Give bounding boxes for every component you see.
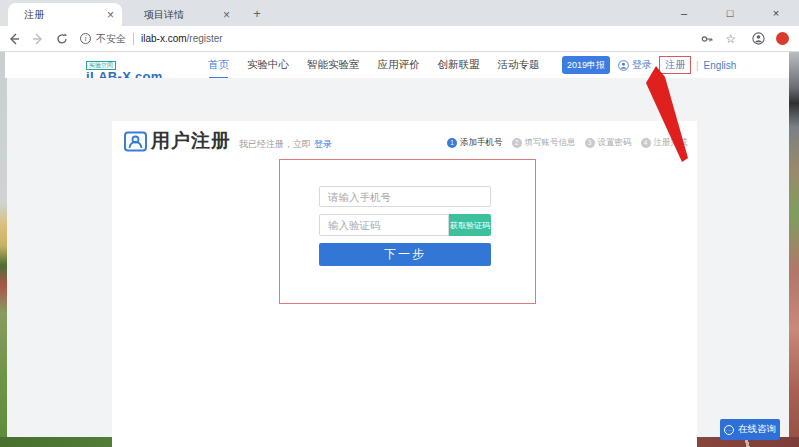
next-step-button[interactable]: 下一步 (319, 243, 491, 266)
security-label: 不安全 (96, 32, 126, 46)
login-person-icon (618, 60, 629, 71)
key-icon[interactable] (697, 29, 717, 49)
maximize-button[interactable]: □ (707, 0, 753, 26)
page-title: 用户注册 (151, 128, 231, 154)
nav-item-home[interactable]: 首页 (208, 58, 229, 72)
header-separator: | (696, 60, 699, 71)
tab-title: 项目详情 (144, 8, 217, 22)
already-registered-note: 我已经注册，立即登录 (239, 138, 332, 151)
omnibox-separator (133, 33, 134, 45)
online-chat-button[interactable]: ··· 在线咨询 (720, 419, 780, 440)
chat-smiley-icon: ··· (724, 425, 734, 435)
address-box[interactable]: i 不安全 ilab-x.com/register (80, 32, 693, 46)
url-path: /register (187, 33, 223, 44)
browser-tab-project-detail[interactable]: 项目详情 × (128, 3, 238, 26)
step-number: 1 (447, 138, 457, 148)
annotation-red-arrow (640, 62, 695, 167)
registration-card: 用户注册 我已经注册，立即登录 1 添加手机号 2 填写账号信息 3 设置密码 (112, 121, 697, 447)
step-label: 添加手机号 (460, 137, 503, 149)
url-domain: ilab-x.com (141, 33, 187, 44)
already-registered-text: 我已经注册，立即 (239, 139, 311, 149)
phone-input[interactable] (319, 186, 491, 207)
step-set-password: 3 设置密码 (585, 137, 632, 149)
forward-icon[interactable] (28, 29, 48, 49)
tab-close-icon[interactable]: × (107, 8, 114, 22)
browser-tab-register[interactable]: 注册 × (8, 3, 122, 26)
step-label: 填写账号信息 (525, 137, 576, 149)
get-code-button[interactable]: 获取验证码 (449, 214, 491, 236)
user-register-icon (124, 131, 147, 152)
bookmark-star-icon[interactable]: ☆ (725, 32, 736, 46)
page-info-icon[interactable]: i (80, 33, 91, 44)
login-now-link[interactable]: 登录 (314, 139, 332, 149)
nav-item-activity-special[interactable]: 活动专题 (498, 58, 540, 72)
main-nav: 首页 实验中心 智能实验室 应用评价 创新联盟 活动专题 (208, 52, 540, 78)
back-icon[interactable] (4, 29, 24, 49)
step-number: 3 (585, 138, 595, 148)
chat-button-label: 在线咨询 (738, 423, 776, 436)
close-button[interactable]: × (753, 0, 799, 26)
page-viewport: 实验空间 iLAB-X.com 国家虚拟仿真实验教学项目共享平台 首页 实验中心… (0, 52, 799, 447)
registration-form: 获取验证码 下一步 (319, 186, 491, 266)
background-photo-right-strip (789, 52, 799, 447)
minimize-button[interactable]: – (661, 0, 707, 26)
verification-code-input[interactable] (319, 214, 449, 236)
nav-item-experiment-center[interactable]: 实验中心 (247, 58, 289, 72)
step-label: 设置密码 (598, 137, 632, 149)
browser-url-bar: i 不安全 ilab-x.com/register ☆ (0, 26, 799, 52)
nav-item-smart-lab[interactable]: 智能实验室 (307, 58, 360, 72)
step-number: 2 (512, 138, 522, 148)
browser-tab-bar: 注册 × 项目详情 × + – □ × (0, 0, 799, 26)
profile-icon[interactable] (748, 29, 768, 49)
language-link[interactable]: English (704, 60, 737, 71)
new-tab-button[interactable]: + (248, 5, 266, 23)
reload-icon[interactable] (52, 29, 72, 49)
nav-item-application-evaluation[interactable]: 应用评价 (378, 58, 420, 72)
browser-avatar[interactable] (776, 32, 789, 45)
background-photo-left-strip (0, 52, 7, 447)
step-add-phone: 1 添加手机号 (447, 137, 503, 149)
tab-title: 注册 (24, 8, 101, 22)
tab-close-icon[interactable]: × (223, 8, 230, 22)
nav-item-innovation-alliance[interactable]: 创新联盟 (438, 58, 480, 72)
apply-2019-button[interactable]: 2019申报 (562, 56, 610, 74)
window-controls: – □ × (661, 0, 799, 26)
step-account-info: 2 填写账号信息 (512, 137, 576, 149)
